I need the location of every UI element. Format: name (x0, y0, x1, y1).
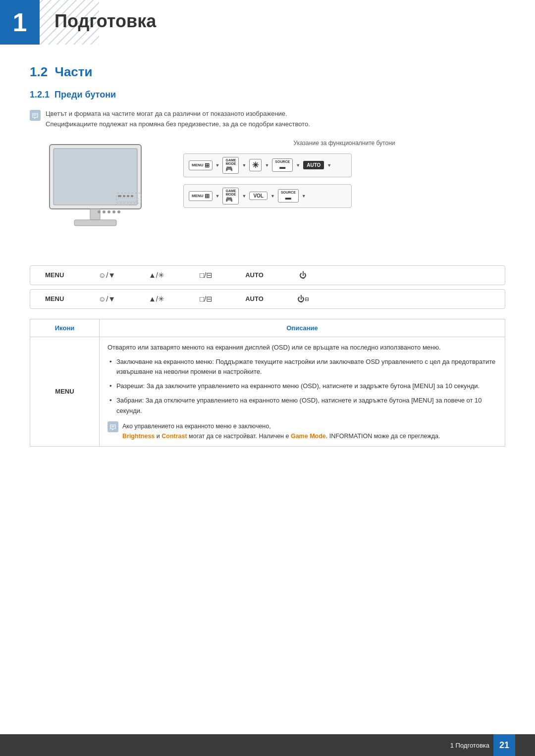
gamemode-btn-diag2: GAME MODE 🎮 (222, 188, 239, 204)
menu-icon-label: MENU (55, 388, 74, 395)
power-sym-1: ⏻ (288, 271, 318, 279)
arrow1: ▼ (215, 163, 220, 168)
button-rows-text: MENU ☺/▼ ▲/✳ □/⊟ AUTO ⏻ MENU ☺/▼ ▲/✳ □/⊟… (30, 265, 505, 309)
svg-point-9 (107, 210, 110, 213)
arrow2: ▼ (242, 163, 246, 168)
source-btn-diag1: SOURCE ▬ (272, 158, 293, 172)
chapter-number: 1 (13, 7, 27, 37)
arrow5: ▼ (327, 163, 331, 168)
svg-point-7 (98, 210, 101, 213)
vol-btn-diag2: VOL (249, 192, 268, 200)
svg-rect-14 (127, 195, 129, 197)
bullet-item-2: Разреши: За да заключите управлението на… (107, 381, 497, 392)
sym3-2: □/⊟ (191, 295, 221, 303)
diagram-label: Указание за функционалните бутони (183, 140, 505, 147)
buttons-panel: Указание за функционалните бутони MENU ⊞… (183, 140, 505, 208)
arrow4: ▼ (296, 163, 300, 168)
note-icon (30, 110, 41, 121)
auto-btn-diag1: AUTO (303, 161, 324, 169)
monitor-illustration (35, 140, 173, 251)
table-note: Ако управлението на екранното меню е зак… (107, 421, 497, 441)
button-row-1: MENU ⊞ ▼ GAME MODE 🎮 ▼ ✳ ▼ (183, 153, 352, 177)
arrow7: ▼ (242, 194, 246, 199)
svg-rect-5 (74, 220, 116, 226)
button-row-2: MENU ⊞ ▼ GAME MODE 🎮 ▼ VOL ▼ SOURCE (183, 184, 352, 208)
menu-label-2: MENU (45, 295, 72, 302)
menu-btn-diag2: MENU ⊞ (189, 191, 213, 201)
note-box: Цветът и формата на частите могат да са … (30, 109, 505, 130)
footer-text: 1 Подготовка (450, 742, 489, 749)
btn-text-row-1: MENU ☺/▼ ▲/✳ □/⊟ AUTO ⏻ (30, 265, 505, 285)
page-header: 1 Подготовка (0, 0, 535, 45)
menu-btn-diag1: MENU ⊞ (189, 160, 213, 170)
sym1-2: ☺/▼ (92, 295, 122, 303)
sym1-1: ☺/▼ (92, 271, 122, 279)
bullet-list: Заключване на екранното меню: Поддържате… (107, 357, 497, 416)
page-footer: 1 Подготовка 21 (0, 734, 535, 756)
bullet-item-1: Заключване на екранното меню: Поддържате… (107, 357, 497, 378)
gamemode-highlight: Game Mode (291, 433, 326, 440)
chapter-number-block: 1 (0, 0, 40, 45)
main-content: 1.2 Части 1.2.1 Преди бутони Цветът и фо… (0, 59, 535, 476)
contrast-highlight: Contrast (161, 433, 187, 440)
table-col2-header: Описание (100, 319, 505, 337)
table-col1-header: Икони (30, 319, 100, 337)
bullet-item-3: Забрани: За да отключите управлението на… (107, 396, 497, 416)
svg-rect-12 (118, 195, 121, 197)
arrow8: ▼ (270, 194, 275, 199)
arrow3: ▼ (265, 163, 269, 168)
menu-label-1: MENU (45, 271, 72, 279)
sym2-1: ▲/✳ (142, 271, 171, 280)
table-note-text: Ако управлението на екранното меню е зак… (122, 421, 440, 441)
arrow6: ▼ (215, 194, 220, 199)
svg-point-11 (117, 210, 120, 213)
svg-point-10 (112, 210, 115, 213)
table-note-icon (107, 421, 118, 432)
auto-label-2: AUTO (241, 295, 268, 302)
sym3-1: □/⊟ (191, 271, 221, 280)
page-number: 21 (493, 734, 515, 756)
svg-rect-15 (131, 195, 133, 197)
note-text: Цветът и формата на частите могат да са … (46, 109, 310, 130)
gamemode-btn-diag1: GAME MODE 🎮 (222, 157, 239, 174)
subsection-title: 1.2.1 Преди бутони (30, 90, 505, 100)
svg-point-8 (103, 210, 106, 213)
source-btn-diag2: SOURCE ▬ (278, 189, 299, 202)
description-cell: Отварято или затварято менюто на екранни… (100, 337, 505, 446)
auto-label-1: AUTO (241, 271, 268, 279)
btn-text-row-2: MENU ☺/▼ ▲/✳ □/⊟ AUTO ⏻⊟ (30, 289, 505, 309)
brightness-highlight: Brightness (122, 433, 155, 440)
monitor-svg (35, 140, 163, 249)
description-main: Отварято или затварято менюто на екранни… (107, 344, 441, 351)
power-sym-2: ⏻⊟ (288, 295, 318, 303)
chapter-title: Подготовка (54, 11, 156, 32)
brightness-btn-diag1: ✳ (249, 159, 262, 171)
table-row: MENU Отварято или затварято менюто на ек… (30, 337, 505, 446)
main-table: Икони Описание MENU Отварято или затваря… (30, 319, 505, 447)
svg-rect-13 (123, 195, 125, 197)
arrow9: ▼ (302, 194, 306, 199)
icon-cell: MENU (30, 337, 100, 446)
diagram-area: Указание за функционалните бутони MENU ⊞… (30, 140, 505, 251)
sym2-2: ▲/✳ (142, 295, 171, 303)
section-title: 1.2 Части (30, 64, 505, 80)
